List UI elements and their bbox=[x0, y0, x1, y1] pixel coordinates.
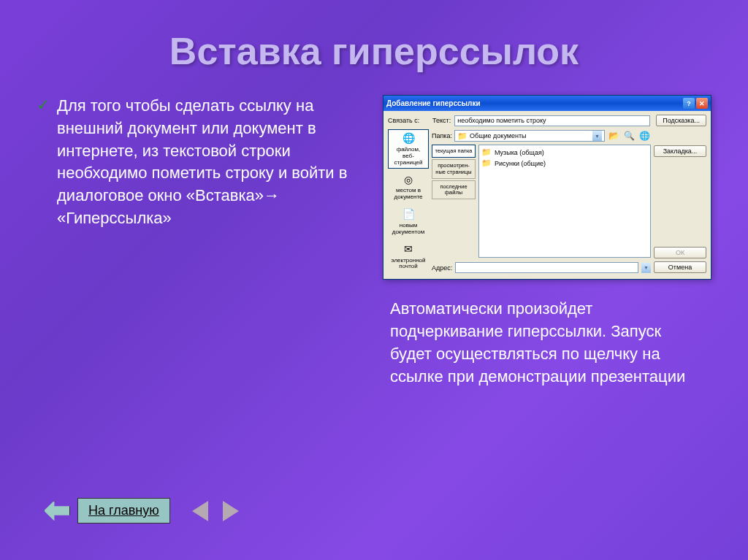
cancel-button[interactable]: Отмена bbox=[654, 261, 706, 273]
browse-web-icon[interactable]: 🔍 bbox=[622, 129, 636, 142]
folder-icon: 📁 bbox=[481, 147, 492, 157]
dialog-titlebar: Добавление гиперссылки ? ✕ bbox=[383, 96, 711, 111]
prev-button[interactable] bbox=[192, 501, 208, 521]
hyperlink-dialog: Добавление гиперссылки ? ✕ Связать с: Те… bbox=[383, 95, 711, 280]
bottom-controls: На главную bbox=[44, 498, 239, 523]
bullet-text: Для того чтобы сделать ссылку на внешний… bbox=[57, 95, 354, 230]
tab-recent-files[interactable]: последние файлы bbox=[432, 180, 476, 200]
dialog-title: Добавление гиперссылки bbox=[386, 99, 481, 107]
folder-icon: 📁 bbox=[481, 158, 492, 168]
sidebar-item-email[interactable]: ✉ электронной почтой bbox=[388, 240, 429, 274]
sidebar-item-place[interactable]: ◎ местом в документе bbox=[388, 170, 429, 204]
sidebar-item-new[interactable]: 📄 новым документом bbox=[388, 205, 429, 239]
file-list[interactable]: 📁 Музыка (общая) 📁 Рисунки (общие) bbox=[478, 145, 651, 258]
help-button[interactable]: ? bbox=[683, 98, 695, 109]
arrow-left-icon bbox=[44, 501, 70, 521]
up-folder-icon[interactable]: 📂 bbox=[607, 129, 620, 142]
right-column: Добавление гиперссылки ? ✕ Связать с: Те… bbox=[383, 95, 711, 388]
new-doc-icon: 📄 bbox=[400, 208, 416, 221]
close-button[interactable]: ✕ bbox=[696, 98, 708, 109]
center-tabs: текущая папка просмотрен-ные страницы по… bbox=[432, 145, 476, 258]
file-item[interactable]: 📁 Музыка (общая) bbox=[481, 147, 648, 157]
next-button[interactable] bbox=[223, 501, 239, 521]
sidebar-item-file[interactable]: 🌐 файлом, веб-страницей bbox=[388, 129, 429, 169]
address-label: Адрес: bbox=[432, 264, 452, 272]
tab-current-folder[interactable]: текущая папка bbox=[432, 145, 476, 158]
globe-file-icon: 🌐 bbox=[400, 132, 416, 145]
content-area: ✓ Для того чтобы сделать ссылку на внешн… bbox=[0, 95, 748, 388]
bullet-item: ✓ Для того чтобы сделать ссылку на внешн… bbox=[37, 95, 354, 230]
folder-label: Папка: bbox=[432, 132, 452, 139]
left-column: ✓ Для того чтобы сделать ссылку на внешн… bbox=[37, 95, 354, 388]
slide-title: Вставка гиперссылок bbox=[0, 0, 748, 95]
hint-button[interactable]: Подсказка... bbox=[656, 115, 706, 126]
chevron-down-icon: ▼ bbox=[592, 131, 602, 141]
dialog-sidebar: 🌐 файлом, веб-страницей ◎ местом в докум… bbox=[388, 129, 429, 273]
email-icon: ✉ bbox=[400, 243, 416, 256]
ok-button[interactable]: ОК bbox=[654, 247, 706, 258]
dialog-body: Связать с: Текст: необходимо пометить ст… bbox=[383, 111, 711, 279]
target-icon: ◎ bbox=[400, 173, 416, 186]
file-item[interactable]: 📁 Рисунки (общие) bbox=[481, 158, 648, 168]
folder-icon: 📁 bbox=[457, 131, 468, 141]
address-input[interactable] bbox=[455, 262, 638, 273]
home-button-group[interactable]: На главную bbox=[44, 498, 170, 523]
chevron-down-icon[interactable]: ▼ bbox=[641, 263, 651, 273]
text-label: Текст: bbox=[432, 117, 451, 124]
web-icon[interactable]: 🌐 bbox=[638, 129, 651, 142]
link-with-label: Связать с: bbox=[388, 117, 429, 124]
tab-viewed-pages[interactable]: просмотрен-ные страницы bbox=[432, 159, 476, 179]
text-input[interactable]: необходимо пометить строку bbox=[454, 115, 650, 126]
home-button-label[interactable]: На главную bbox=[77, 498, 170, 523]
right-description: Автоматически произойдет подчеркивание г… bbox=[383, 298, 711, 388]
bookmark-button[interactable]: Закладка... bbox=[654, 145, 706, 157]
folder-dropdown[interactable]: 📁 Общие документы ▼ bbox=[454, 130, 605, 142]
checkmark-icon: ✓ bbox=[37, 95, 50, 115]
nav-arrows bbox=[192, 501, 239, 521]
